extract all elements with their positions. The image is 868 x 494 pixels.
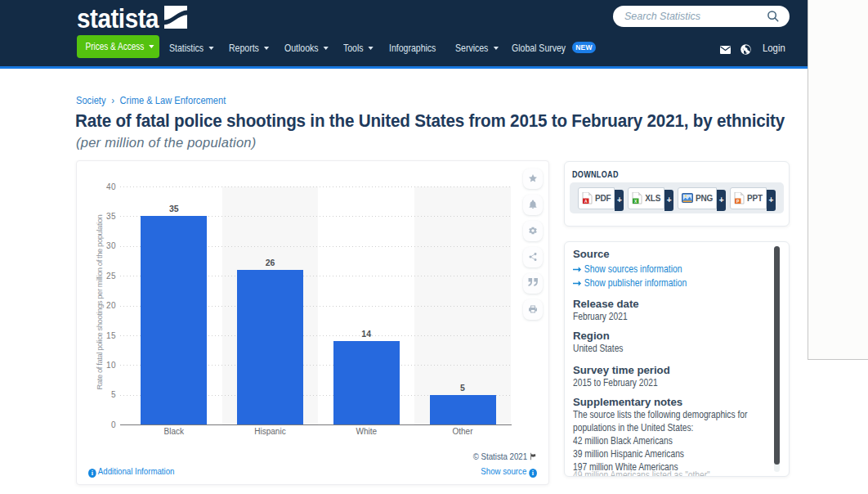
- svg-text:A: A: [584, 198, 588, 203]
